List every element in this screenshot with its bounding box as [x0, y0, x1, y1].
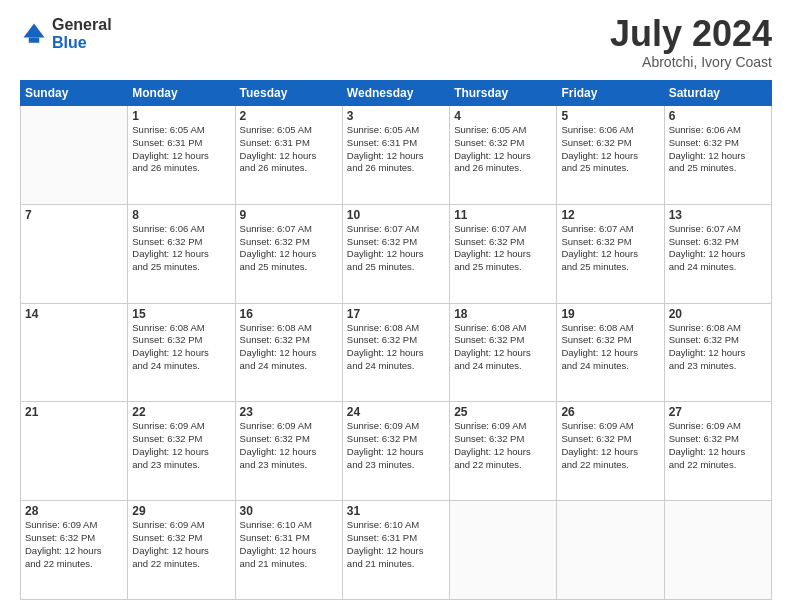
table-cell: 4Sunrise: 6:05 AM Sunset: 6:32 PM Daylig…	[450, 106, 557, 205]
cell-daylight-info: Sunrise: 6:08 AM Sunset: 6:32 PM Dayligh…	[454, 322, 552, 373]
table-cell: 19Sunrise: 6:08 AM Sunset: 6:32 PM Dayli…	[557, 303, 664, 402]
cell-daylight-info: Sunrise: 6:09 AM Sunset: 6:32 PM Dayligh…	[669, 420, 767, 471]
cell-daylight-info: Sunrise: 6:08 AM Sunset: 6:32 PM Dayligh…	[240, 322, 338, 373]
table-cell: 26Sunrise: 6:09 AM Sunset: 6:32 PM Dayli…	[557, 402, 664, 501]
table-cell: 5Sunrise: 6:06 AM Sunset: 6:32 PM Daylig…	[557, 106, 664, 205]
calendar-header-row: Sunday Monday Tuesday Wednesday Thursday…	[21, 81, 772, 106]
table-cell: 24Sunrise: 6:09 AM Sunset: 6:32 PM Dayli…	[342, 402, 449, 501]
day-number: 21	[25, 405, 123, 419]
day-number: 10	[347, 208, 445, 222]
day-number: 27	[669, 405, 767, 419]
day-number: 31	[347, 504, 445, 518]
col-sunday: Sunday	[21, 81, 128, 106]
table-cell: 17Sunrise: 6:08 AM Sunset: 6:32 PM Dayli…	[342, 303, 449, 402]
day-number: 22	[132, 405, 230, 419]
day-number: 7	[25, 208, 123, 222]
table-cell	[557, 501, 664, 600]
day-number: 18	[454, 307, 552, 321]
day-number: 3	[347, 109, 445, 123]
col-saturday: Saturday	[664, 81, 771, 106]
table-cell: 18Sunrise: 6:08 AM Sunset: 6:32 PM Dayli…	[450, 303, 557, 402]
day-number: 2	[240, 109, 338, 123]
logo-blue: Blue	[52, 34, 87, 51]
cell-daylight-info: Sunrise: 6:07 AM Sunset: 6:32 PM Dayligh…	[454, 223, 552, 274]
cell-daylight-info: Sunrise: 6:09 AM Sunset: 6:32 PM Dayligh…	[561, 420, 659, 471]
day-number: 17	[347, 307, 445, 321]
day-number: 11	[454, 208, 552, 222]
cell-daylight-info: Sunrise: 6:06 AM Sunset: 6:32 PM Dayligh…	[561, 124, 659, 175]
table-cell: 11Sunrise: 6:07 AM Sunset: 6:32 PM Dayli…	[450, 204, 557, 303]
logo: General Blue	[20, 16, 112, 51]
cell-daylight-info: Sunrise: 6:09 AM Sunset: 6:32 PM Dayligh…	[454, 420, 552, 471]
cell-daylight-info: Sunrise: 6:07 AM Sunset: 6:32 PM Dayligh…	[347, 223, 445, 274]
cell-daylight-info: Sunrise: 6:08 AM Sunset: 6:32 PM Dayligh…	[347, 322, 445, 373]
page: General Blue July 2024 Abrotchi, Ivory C…	[0, 0, 792, 612]
logo-icon	[20, 20, 48, 48]
location: Abrotchi, Ivory Coast	[610, 54, 772, 70]
table-cell: 16Sunrise: 6:08 AM Sunset: 6:32 PM Dayli…	[235, 303, 342, 402]
logo-general: General	[52, 16, 112, 33]
table-cell: 13Sunrise: 6:07 AM Sunset: 6:32 PM Dayli…	[664, 204, 771, 303]
cell-daylight-info: Sunrise: 6:09 AM Sunset: 6:32 PM Dayligh…	[25, 519, 123, 570]
day-number: 28	[25, 504, 123, 518]
table-cell: 3Sunrise: 6:05 AM Sunset: 6:31 PM Daylig…	[342, 106, 449, 205]
table-cell: 29Sunrise: 6:09 AM Sunset: 6:32 PM Dayli…	[128, 501, 235, 600]
day-number: 14	[25, 307, 123, 321]
table-cell: 27Sunrise: 6:09 AM Sunset: 6:32 PM Dayli…	[664, 402, 771, 501]
cell-daylight-info: Sunrise: 6:09 AM Sunset: 6:32 PM Dayligh…	[240, 420, 338, 471]
cell-daylight-info: Sunrise: 6:05 AM Sunset: 6:31 PM Dayligh…	[347, 124, 445, 175]
col-tuesday: Tuesday	[235, 81, 342, 106]
cell-daylight-info: Sunrise: 6:05 AM Sunset: 6:32 PM Dayligh…	[454, 124, 552, 175]
day-number: 19	[561, 307, 659, 321]
table-cell: 21	[21, 402, 128, 501]
table-cell: 15Sunrise: 6:08 AM Sunset: 6:32 PM Dayli…	[128, 303, 235, 402]
table-cell: 20Sunrise: 6:08 AM Sunset: 6:32 PM Dayli…	[664, 303, 771, 402]
cell-daylight-info: Sunrise: 6:09 AM Sunset: 6:32 PM Dayligh…	[132, 519, 230, 570]
table-cell: 22Sunrise: 6:09 AM Sunset: 6:32 PM Dayli…	[128, 402, 235, 501]
table-cell: 10Sunrise: 6:07 AM Sunset: 6:32 PM Dayli…	[342, 204, 449, 303]
cell-daylight-info: Sunrise: 6:05 AM Sunset: 6:31 PM Dayligh…	[240, 124, 338, 175]
day-number: 6	[669, 109, 767, 123]
svg-rect-1	[29, 37, 40, 42]
col-friday: Friday	[557, 81, 664, 106]
table-cell: 8Sunrise: 6:06 AM Sunset: 6:32 PM Daylig…	[128, 204, 235, 303]
calendar-week-row: 1415Sunrise: 6:08 AM Sunset: 6:32 PM Day…	[21, 303, 772, 402]
table-cell: 1Sunrise: 6:05 AM Sunset: 6:31 PM Daylig…	[128, 106, 235, 205]
table-cell: 12Sunrise: 6:07 AM Sunset: 6:32 PM Dayli…	[557, 204, 664, 303]
table-cell: 30Sunrise: 6:10 AM Sunset: 6:31 PM Dayli…	[235, 501, 342, 600]
table-cell: 23Sunrise: 6:09 AM Sunset: 6:32 PM Dayli…	[235, 402, 342, 501]
cell-daylight-info: Sunrise: 6:10 AM Sunset: 6:31 PM Dayligh…	[347, 519, 445, 570]
table-cell: 7	[21, 204, 128, 303]
day-number: 25	[454, 405, 552, 419]
table-cell: 28Sunrise: 6:09 AM Sunset: 6:32 PM Dayli…	[21, 501, 128, 600]
day-number: 9	[240, 208, 338, 222]
cell-daylight-info: Sunrise: 6:06 AM Sunset: 6:32 PM Dayligh…	[132, 223, 230, 274]
month-year: July 2024	[610, 16, 772, 52]
title-block: July 2024 Abrotchi, Ivory Coast	[610, 16, 772, 70]
table-cell: 6Sunrise: 6:06 AM Sunset: 6:32 PM Daylig…	[664, 106, 771, 205]
table-cell	[664, 501, 771, 600]
cell-daylight-info: Sunrise: 6:07 AM Sunset: 6:32 PM Dayligh…	[561, 223, 659, 274]
day-number: 29	[132, 504, 230, 518]
header: General Blue July 2024 Abrotchi, Ivory C…	[20, 16, 772, 70]
day-number: 24	[347, 405, 445, 419]
col-wednesday: Wednesday	[342, 81, 449, 106]
cell-daylight-info: Sunrise: 6:07 AM Sunset: 6:32 PM Dayligh…	[669, 223, 767, 274]
calendar-week-row: 2122Sunrise: 6:09 AM Sunset: 6:32 PM Day…	[21, 402, 772, 501]
table-cell: 2Sunrise: 6:05 AM Sunset: 6:31 PM Daylig…	[235, 106, 342, 205]
day-number: 1	[132, 109, 230, 123]
day-number: 23	[240, 405, 338, 419]
col-monday: Monday	[128, 81, 235, 106]
logo-text: General Blue	[52, 16, 112, 51]
day-number: 13	[669, 208, 767, 222]
calendar-table: Sunday Monday Tuesday Wednesday Thursday…	[20, 80, 772, 600]
cell-daylight-info: Sunrise: 6:08 AM Sunset: 6:32 PM Dayligh…	[561, 322, 659, 373]
table-cell	[21, 106, 128, 205]
col-thursday: Thursday	[450, 81, 557, 106]
cell-daylight-info: Sunrise: 6:08 AM Sunset: 6:32 PM Dayligh…	[132, 322, 230, 373]
cell-daylight-info: Sunrise: 6:09 AM Sunset: 6:32 PM Dayligh…	[132, 420, 230, 471]
day-number: 26	[561, 405, 659, 419]
calendar-week-row: 1Sunrise: 6:05 AM Sunset: 6:31 PM Daylig…	[21, 106, 772, 205]
calendar-week-row: 78Sunrise: 6:06 AM Sunset: 6:32 PM Dayli…	[21, 204, 772, 303]
table-cell	[450, 501, 557, 600]
